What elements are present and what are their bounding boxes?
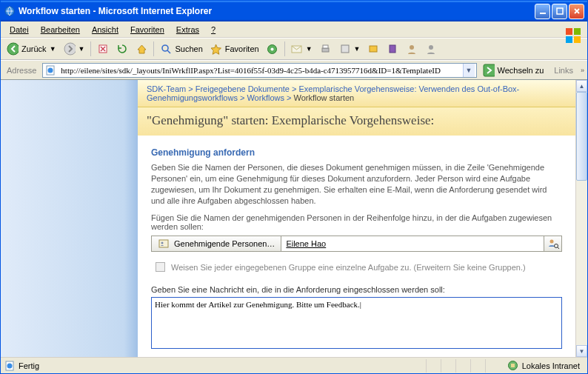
svg-point-26 [549,240,553,244]
address-dropdown[interactable]: ▼ [463,64,475,77]
go-label: Wechseln zu [498,66,544,75]
hint-text: Fügen Sie die Namen der genehmigenden Pe… [151,213,562,231]
statusbar: Fertig Lokales Intranet [1,357,587,373]
print-button[interactable] [317,41,335,57]
messenger-button[interactable] [403,41,421,57]
menubar: Datei Bearbeiten Ansicht Favoriten Extra… [1,21,587,38]
browser-window: Workflow starten - Microsoft Internet Ex… [0,0,588,374]
book-icon [387,43,398,55]
zone-label: Lokales Intranet [522,361,580,370]
message-textarea[interactable] [151,297,562,349]
people-button-label: Genehmigende Personen… [174,239,275,248]
research-button[interactable] [384,41,401,57]
scroll-down-button[interactable]: ▼ [576,345,587,357]
svg-rect-2 [557,8,563,14]
scroll-track[interactable] [576,181,587,345]
intranet-icon [507,360,519,372]
menu-help[interactable]: ? [205,24,221,36]
discuss-icon [367,43,379,55]
windows-logo-icon [561,23,586,48]
message-label: Geben Sie eine Nachricht ein, die in die… [151,285,562,294]
home-button[interactable] [133,41,150,57]
media-button[interactable] [264,41,281,57]
svg-point-7 [7,43,19,55]
expand-groups-checkbox[interactable] [156,262,165,272]
minimize-button[interactable] [535,4,550,19]
home-icon [136,43,147,55]
stop-button[interactable] [94,41,112,57]
back-label: Zurück [21,44,47,53]
checkbox-row: Weisen Sie jeder eingegebenen Gruppe ein… [151,262,562,272]
svg-rect-14 [322,48,329,52]
svg-rect-23 [484,64,495,76]
close-button[interactable] [569,4,584,19]
edit-icon [339,43,351,55]
messenger2-button[interactable] [422,41,440,57]
breadcrumb-current: Workflow starten [294,93,355,102]
people-lookup-button[interactable] [544,236,562,252]
page-title: "Genehmigung" starten: Exemplarische Vor… [138,107,575,136]
svg-rect-6 [574,36,581,43]
page-icon [44,64,56,76]
favorites-button[interactable]: Favoriten [207,41,262,57]
chevron-down-icon: ▼ [466,67,472,74]
separator [284,41,285,56]
svg-rect-17 [370,46,377,52]
search-icon [160,43,172,55]
svg-point-25 [161,242,164,244]
svg-point-27 [554,244,558,248]
status-text: Fertig [19,361,39,370]
svg-point-19 [410,45,414,50]
svg-rect-15 [323,45,328,48]
person-search-icon [547,238,559,250]
breadcrumb-link[interactable]: Workflows [247,93,284,102]
window-title: Workflow starten - Microsoft Internet Ex… [19,6,535,16]
checkbox-label: Weisen Sie jeder eingegebenen Gruppe ein… [171,263,526,272]
chevron-down-icon: ▼ [78,45,85,53]
titlebar[interactable]: Workflow starten - Microsoft Internet Ex… [1,1,587,21]
scroll-up-button[interactable]: ▲ [576,80,587,92]
go-button[interactable]: Wechseln zu [480,64,547,76]
address-field[interactable]: ▼ [42,63,476,78]
svg-rect-3 [566,28,572,35]
refresh-button[interactable] [113,41,131,57]
breadcrumb-link[interactable]: Freigegebene Dokumente [196,84,290,93]
chevron-down-icon: ▼ [50,45,56,53]
svg-rect-1 [540,13,546,14]
chevron-down-icon: ▼ [354,45,361,53]
svg-point-22 [48,67,53,73]
svg-point-29 [7,363,13,368]
discuss-button[interactable] [364,41,382,57]
people-input[interactable]: Eilene Hao [281,236,544,252]
menu-file[interactable]: Datei [4,24,35,36]
menu-view[interactable]: Ansicht [86,24,124,36]
page-icon [4,360,16,372]
scroll-thumb[interactable] [576,92,587,181]
edit-button[interactable]: ▼ [336,41,364,57]
breadcrumb-link[interactable]: SDK-Team [147,84,186,93]
scrollbar[interactable]: ▲ ▼ [575,80,587,357]
svg-point-8 [64,43,76,55]
menu-extras[interactable]: Extras [170,24,205,36]
people-picker-button[interactable]: Genehmigende Personen… [151,236,281,252]
address-input[interactable] [59,65,459,76]
mail-button[interactable]: ▼ [288,41,315,57]
back-button[interactable]: Zurück ▼ [4,41,59,57]
people-row: Genehmigende Personen… Eilene Hao [151,236,562,252]
section-title: Genehmigung anfordern [151,147,562,158]
media-icon [267,43,278,55]
search-button[interactable]: Suchen [157,41,205,57]
chevron-down-icon: ▼ [306,45,313,53]
links-label[interactable]: Links [549,66,578,75]
ie-icon [4,5,16,17]
menu-favorites[interactable]: Favoriten [124,24,170,36]
maximize-button[interactable] [552,4,567,19]
window-buttons [535,4,584,19]
menu-edit[interactable]: Bearbeiten [35,24,86,36]
form-body: Genehmigung anfordern Geben Sie die Name… [138,136,575,357]
chevron-right-icon[interactable]: » [581,67,584,74]
svg-point-20 [429,45,433,50]
forward-button[interactable]: ▼ [61,41,88,57]
breadcrumb: SDK-Team > Freigegebene Dokumente > Exem… [138,80,575,107]
back-icon [7,43,19,55]
